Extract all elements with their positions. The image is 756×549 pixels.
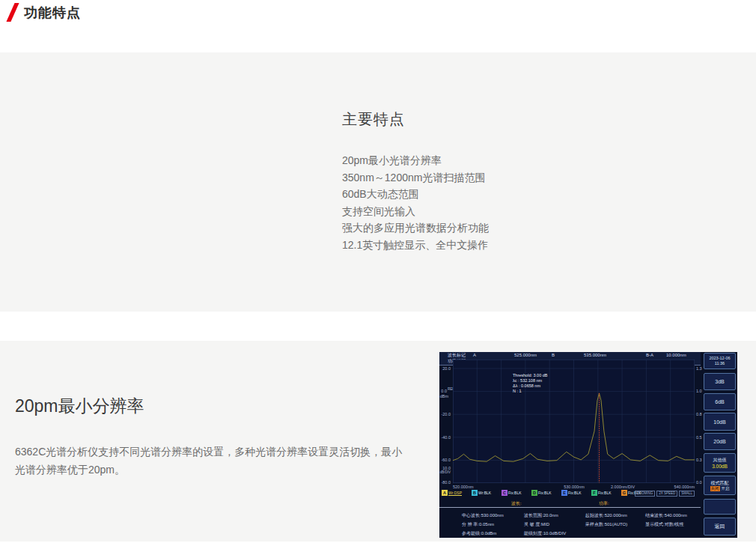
marker-ba-value: 10.000nm <box>666 353 686 358</box>
y-tick-label: 0.0 <box>439 389 447 393</box>
trace-letter: F <box>591 490 597 496</box>
info-sensitivity: 灵 敏 度:MID <box>524 522 549 527</box>
y-tick-label: -80.0 <box>439 480 451 485</box>
trace-chip-f[interactable]: F Fix:BLK <box>591 490 621 496</box>
date-text: 2023-12-06 <box>709 356 730 361</box>
y-tick-label: -40.0 <box>439 435 451 440</box>
trace-letter: G <box>621 490 627 496</box>
threshold-3db-button[interactable]: 3dB <box>704 373 736 390</box>
page-header: 功能特点 <box>0 0 756 30</box>
x-tick-label: 530.000nm <box>552 485 597 489</box>
x-tick-label: 520.000nm <box>453 485 474 489</box>
threshold-10db-button[interactable]: 10dB <box>704 413 736 431</box>
mode-match-button[interactable]: 模式匹配 关闭 开启 <box>704 476 736 495</box>
info-ref-level: 参考能级:0.0dBm <box>462 531 496 536</box>
marker-a-name: A <box>473 353 476 358</box>
resolution-description: 6362C光谱分析仪支持不同光谱分辨率的设置，多种光谱分辨率设置灵活切换，最小光… <box>15 443 410 479</box>
other-value-button[interactable]: 其他值 3.00dB <box>704 453 736 473</box>
marker-b-name: B <box>552 353 555 358</box>
power-section-label: 功率: <box>599 500 609 507</box>
x-tick-label: 540.000nm <box>664 485 695 489</box>
mode-match-label: 模式匹配 <box>711 480 729 486</box>
trace-chip-e[interactable]: E Fix:BLK <box>561 490 591 496</box>
feature-item: 支持空间光输入 <box>342 203 489 220</box>
trace-letter: D <box>531 490 537 496</box>
info-sample-points: 采样点数:501(AUTO) <box>585 522 627 527</box>
trace-letter: E <box>561 490 567 496</box>
wavelength-section-label: 波长: <box>511 500 522 507</box>
mode-match-off-option[interactable]: 关闭 <box>710 486 720 491</box>
trace-chip-a[interactable]: A Wr:DSP <box>442 490 472 496</box>
trace-legend: A Wr:DSP B Wr:BLK C Fix:BLK D Fix:BLK E … <box>442 490 651 496</box>
feature-item: 20pm最小光谱分辨率 <box>342 152 489 169</box>
section-resolution: 20pm最小分辨率 6362C光谱分析仪支持不同光谱分辨率的设置，多种光谱分辨率… <box>0 341 756 542</box>
trace-chip-d[interactable]: D Fix:BLK <box>531 490 561 496</box>
threshold-20db-button[interactable]: 20dB <box>704 433 736 450</box>
section-main-features: 主要特点 20pm最小光谱分辨率 350nm～1200nm光谱扫描范围 60dB… <box>0 52 756 312</box>
marker-b-value: 535.000nm <box>584 353 606 358</box>
datetime-display: 2023-12-06 11:36 <box>704 353 736 369</box>
status-badge: 2X SPEED <box>656 491 677 497</box>
trace-letter: B <box>472 490 478 496</box>
x-div-label: 2.000nm/DIV <box>611 485 635 489</box>
footer-section-bar: 波长: 功率: <box>439 499 701 508</box>
info-level-scale: 能级刻度:10.0dB/DIV <box>524 531 566 536</box>
trace-chip-b[interactable]: B Wr:BLK <box>472 490 502 496</box>
info-center-wavelength: 中心波长:530.000nm <box>462 513 504 518</box>
info-resolution: 分 辨 率:0.05nm <box>462 522 494 527</box>
info-stop-wavelength: 结束波长:540.000nm <box>645 513 687 518</box>
instrument-screenshot: 波长标记 A 525.000nm B 535.000nm B-A 10.000n… <box>439 352 737 538</box>
info-display-mode: 显示模式:对数/线性 <box>645 522 683 527</box>
trace-letter: A <box>442 490 448 496</box>
back-button[interactable]: 返回 <box>704 518 736 536</box>
threshold-6db-button[interactable]: 6dB <box>704 393 736 410</box>
trace-mode: Wr:DSP <box>448 491 462 496</box>
resolution-title: 20pm最小分辨率 <box>15 395 144 418</box>
spectrum-plot <box>453 360 695 483</box>
threshold-annotation: Threshold: 3.00 dB λc : 532.108 nm Δλ : … <box>513 373 547 394</box>
status-badge: ZOOMING <box>635 491 656 497</box>
mode-match-on-option[interactable]: 开启 <box>722 486 730 491</box>
feature-item: 60dB大动态范围 <box>342 186 489 203</box>
feature-item: 强大的多应用光谱数据分析功能 <box>342 219 489 237</box>
page-title: 功能特点 <box>24 4 81 22</box>
other-value-amount: 3.00dB <box>712 464 728 469</box>
spectrum-plot-area: Threshold: 3.00 dB λc : 532.108 nm Δλ : … <box>453 360 695 483</box>
trace-mode: Wr:BLK <box>478 491 491 495</box>
grid-lines <box>453 360 695 483</box>
time-text: 11:36 <box>715 361 725 366</box>
main-features-title: 主要特点 <box>342 109 405 130</box>
trace-mode: Fix:BLK <box>538 491 552 495</box>
marker-a-value: 525.000nm <box>514 353 537 358</box>
trace-mode: Fix:BLK <box>598 491 612 495</box>
other-value-label: 其他值 <box>713 457 727 463</box>
y-tick-label: 20.0 <box>439 366 451 371</box>
info-span: 波长范围:20.0nm <box>524 513 558 518</box>
y-unit-label: dBm <box>439 394 448 398</box>
feature-item: 12.1英寸触控显示、全中文操作 <box>342 237 489 254</box>
info-start-wavelength: 起始波长:520.000nm <box>585 513 627 518</box>
trace-letter: C <box>502 490 507 496</box>
y-scale-unit: dB/DIV <box>439 470 451 475</box>
wavelength-marker-label: 波长标记 <box>448 353 466 358</box>
feature-list: 20pm最小光谱分辨率 350nm～1200nm光谱扫描范围 60dB大动态范围… <box>342 152 489 253</box>
red-slash-icon <box>6 3 19 22</box>
y-tick-label: -20.0 <box>439 412 451 416</box>
marker-ba-name: B-A <box>646 353 653 358</box>
trace-mode: Fix:BLK <box>508 491 522 495</box>
y-tick-label: -60.0 <box>439 458 451 462</box>
feature-item: 350nm～1200nm光谱扫描范围 <box>342 169 489 186</box>
status-badge: SMALL <box>679 491 695 497</box>
trace-chip-c[interactable]: C Fix:BLK <box>502 490 531 496</box>
status-badges: ZOOMING 2X SPEED SMALL <box>635 491 695 497</box>
trace-mode: Fix:BLK <box>568 491 582 495</box>
blank-button[interactable] <box>704 499 736 515</box>
